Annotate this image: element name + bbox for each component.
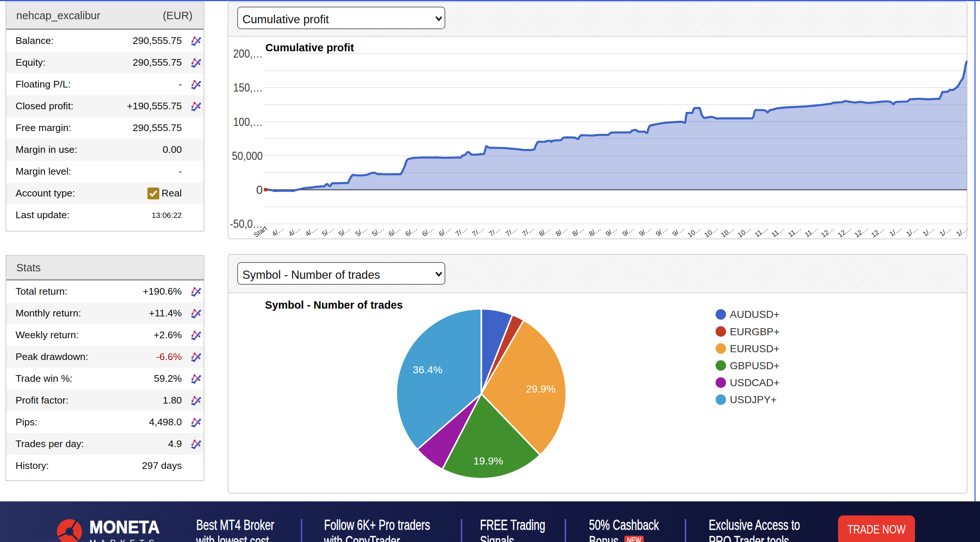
svg-text:5/…: 5/… <box>354 224 368 238</box>
svg-text:6/…: 6/… <box>404 224 419 238</box>
svg-text:8/…: 8/… <box>554 224 569 238</box>
svg-text:0: 0 <box>256 183 263 197</box>
svg-text:7/…: 7/… <box>521 224 535 238</box>
svg-text:12…: 12… <box>870 224 886 239</box>
svg-text:12…: 12… <box>819 224 836 239</box>
svg-text:19.9%: 19.9% <box>473 455 503 467</box>
svg-text:7/…: 7/… <box>471 224 485 238</box>
svg-text:11…: 11… <box>787 224 803 239</box>
svg-text:8/…: 8/… <box>571 224 586 238</box>
svg-text:Cumulative profit: Cumulative profit <box>265 42 354 54</box>
svg-text:Symbol - Number of trades: Symbol - Number of trades <box>265 299 403 311</box>
svg-text:1/…: 1/… <box>938 224 953 238</box>
svg-text:200,…: 200,… <box>233 47 263 60</box>
svg-text:6/…: 6/… <box>387 224 402 238</box>
svg-text:USDJPY+: USDJPY+ <box>730 394 777 406</box>
svg-text:5/…: 5/… <box>337 224 352 238</box>
svg-text:11…: 11… <box>753 224 769 239</box>
svg-text:1/…: 1/… <box>955 224 967 238</box>
svg-text:5/…: 5/… <box>320 224 335 238</box>
svg-text:4/…: 4/… <box>304 224 318 238</box>
svg-text:6/…: 6/… <box>437 224 452 238</box>
svg-text:9/…: 9/… <box>654 224 669 238</box>
svg-text:150,…: 150,… <box>233 81 263 94</box>
svg-text:36.4%: 36.4% <box>413 364 443 376</box>
svg-text:7/…: 7/… <box>454 224 469 238</box>
svg-text:1/…: 1/… <box>888 224 903 238</box>
svg-text:EURGBP+: EURGBP+ <box>730 326 780 338</box>
svg-text:EURUSD+: EURUSD+ <box>730 343 780 355</box>
svg-text:11…: 11… <box>770 224 786 239</box>
svg-text:USDCAD+: USDCAD+ <box>730 377 780 388</box>
svg-text:7/…: 7/… <box>487 224 502 238</box>
svg-text:7/…: 7/… <box>504 224 519 238</box>
svg-text:8/…: 8/… <box>537 224 552 238</box>
svg-text:50,000: 50,000 <box>232 149 263 162</box>
svg-text:10…: 10… <box>719 224 736 239</box>
svg-text:29.9%: 29.9% <box>526 383 556 395</box>
svg-text:1/…: 1/… <box>921 224 936 238</box>
svg-text:1/…: 1/… <box>905 224 920 238</box>
svg-text:9/…: 9/… <box>638 224 652 238</box>
svg-text:8/…: 8/… <box>587 224 602 238</box>
svg-text:12…: 12… <box>853 224 869 239</box>
svg-text:9/…: 9/… <box>671 224 686 238</box>
svg-text:4/…: 4/… <box>287 224 302 238</box>
svg-text:GBPUSD+: GBPUSD+ <box>730 360 780 371</box>
svg-text:5/…: 5/… <box>371 224 385 238</box>
svg-text:4/…: 4/… <box>270 224 285 238</box>
svg-text:10…: 10… <box>703 224 719 239</box>
svg-text:9/…: 9/… <box>621 224 636 238</box>
svg-text:12…: 12… <box>836 224 853 239</box>
svg-text:10…: 10… <box>686 224 703 239</box>
svg-text:10…: 10… <box>736 224 752 239</box>
svg-text:100,…: 100,… <box>233 115 263 128</box>
svg-text:6/…: 6/… <box>420 224 435 238</box>
svg-text:AUDUSD+: AUDUSD+ <box>730 309 780 320</box>
svg-text:9/…: 9/… <box>604 224 619 238</box>
svg-text:11…: 11… <box>803 224 819 239</box>
